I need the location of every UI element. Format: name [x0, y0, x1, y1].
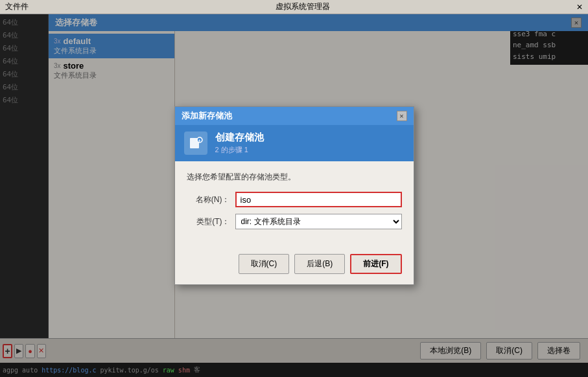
modal-forward-button[interactable]: 前进(F) [350, 254, 401, 274]
modal-header-sub: 2 的步骤 1 [215, 145, 264, 155]
modal-overlay: 添加新存储池 × + 创建存储池 2 的步骤 1 选择您希望配置的存储池类型。 [0, 14, 588, 377]
modal-back-button[interactable]: 后退(B) [294, 254, 345, 274]
app-title: 虚拟系统管理器 [29, 1, 576, 12]
create-pool-icon: + [184, 131, 207, 155]
modal-close-button[interactable]: × [397, 111, 407, 121]
name-input[interactable] [235, 192, 402, 207]
file-menu[interactable]: 文件件 [5, 1, 29, 12]
modal-body: 选择您希望配置的存储池类型。 名称(N)： 类型(T)： dir: 文件系统目录 [175, 161, 414, 246]
type-label: 类型(T)： [187, 216, 235, 227]
modal-header-title: 创建存储池 [215, 131, 264, 144]
close-icon[interactable]: ✕ [576, 3, 583, 12]
modal-header-text: 创建存储池 2 的步骤 1 [215, 131, 264, 155]
modal-description: 选择您希望配置的存储池类型。 [187, 172, 402, 183]
type-select[interactable]: dir: 文件系统目录 [235, 214, 402, 229]
modal-header: + 创建存储池 2 的步骤 1 [175, 125, 414, 161]
modal-title: 添加新存储池 [182, 110, 232, 122]
modal-cancel-button[interactable]: 取消(C) [239, 254, 290, 274]
add-pool-modal: 添加新存储池 × + 创建存储池 2 的步骤 1 选择您希望配置的存储池类型。 [174, 106, 414, 285]
form-name-row: 名称(N)： [187, 192, 402, 207]
main-topbar: 文件件 虚拟系统管理器 ✕ [0, 0, 588, 14]
name-label: 名称(N)： [187, 194, 235, 205]
modal-titlebar: 添加新存储池 × [175, 107, 414, 125]
svg-text:+: + [198, 139, 200, 143]
form-type-row: 类型(T)： dir: 文件系统目录 [187, 214, 402, 229]
modal-footer: 取消(C) 后退(B) 前进(F) [175, 246, 414, 284]
